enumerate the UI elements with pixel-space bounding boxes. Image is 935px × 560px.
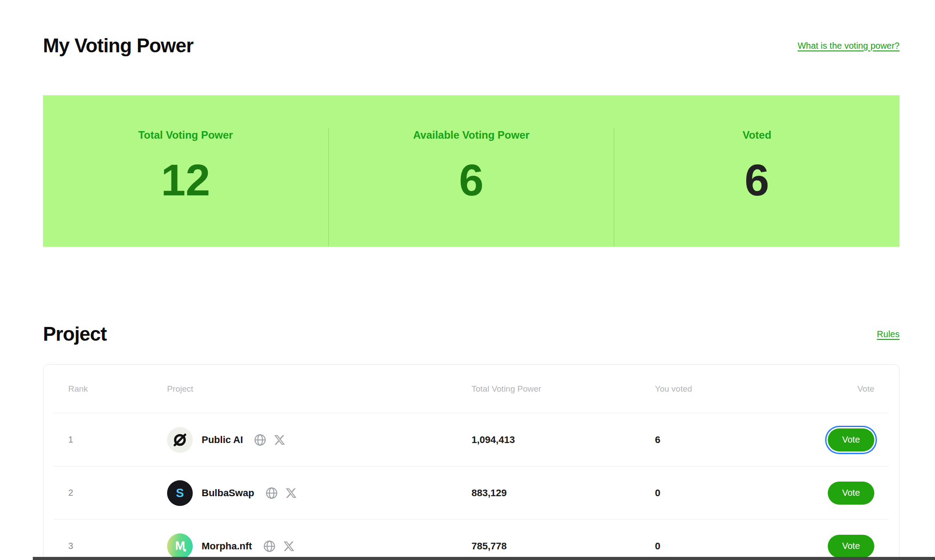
vote-cell: Vote [828, 428, 874, 451]
rank-value: 1 [68, 435, 167, 445]
total-voting-power-value: 883,129 [471, 487, 655, 499]
project-links [265, 486, 296, 500]
stat-value: 12 [43, 158, 328, 202]
vote-button[interactable]: Vote [828, 428, 874, 451]
morpha-nft-logo: M [167, 533, 193, 559]
vote-button[interactable]: Vote [828, 482, 874, 505]
x-twitter-icon[interactable] [274, 435, 285, 445]
website-globe-icon[interactable] [253, 433, 267, 447]
project-links [263, 540, 294, 553]
you-voted-value: 6 [655, 434, 827, 446]
svg-text:S: S [176, 486, 184, 499]
rank-value: 3 [68, 541, 167, 551]
you-voted-value: 0 [655, 487, 827, 499]
stat-available-voting-power: Available Voting Power 6 [328, 128, 614, 247]
vote-cell: Vote [828, 535, 874, 558]
website-globe-icon[interactable] [263, 540, 276, 553]
rank-value: 2 [68, 488, 167, 498]
stat-label: Available Voting Power [329, 128, 614, 142]
bottom-window-edge [33, 557, 935, 560]
project-name: Morpha.nft [202, 541, 252, 552]
total-voting-power-value: 1,094,413 [471, 434, 655, 446]
stat-voted: Voted 6 [614, 128, 900, 247]
slashed-circle-icon [172, 432, 188, 448]
column-header-project: Project [167, 384, 471, 394]
stat-total-voting-power: Total Voting Power 12 [43, 128, 328, 247]
stat-value: 6 [614, 158, 900, 202]
swap-s-icon: S [172, 485, 188, 501]
project-cell: Public AI [167, 427, 471, 453]
rules-link[interactable]: Rules [877, 329, 900, 339]
voting-power-header: My Voting Power What is the voting power… [43, 35, 900, 57]
project-links [253, 433, 285, 447]
project-cell: S BulbaSwap [167, 480, 471, 506]
table-row: 2 S BulbaSwap [54, 466, 888, 519]
total-voting-power-value: 785,778 [471, 541, 655, 552]
m-dot-icon [183, 549, 186, 552]
project-cell: M Morpha.nft [167, 533, 471, 559]
voting-power-help-link[interactable]: What is the voting power? [798, 41, 900, 51]
project-header: Project Rules [43, 323, 900, 345]
column-header-rank: Rank [68, 384, 167, 394]
stat-label: Voted [614, 128, 900, 142]
voting-power-stats-panel: Total Voting Power 12 Available Voting P… [43, 95, 900, 247]
bulbaswap-logo: S [167, 480, 193, 506]
vote-cell: Vote [828, 482, 874, 505]
project-name: Public AI [202, 434, 243, 446]
table-header-row: Rank Project Total Voting Power You vote… [54, 365, 888, 413]
project-name: BulbaSwap [202, 487, 254, 499]
column-header-you-voted: You voted [655, 384, 827, 394]
x-twitter-icon[interactable] [286, 488, 296, 498]
page-title: My Voting Power [43, 35, 193, 57]
voting-page: My Voting Power What is the voting power… [43, 0, 900, 560]
stat-label: Total Voting Power [43, 128, 328, 142]
you-voted-value: 0 [655, 541, 827, 552]
stat-value: 6 [329, 158, 614, 202]
table-row: 1 Public AI [54, 413, 888, 466]
column-header-vote: Vote [827, 384, 874, 394]
project-section-title: Project [43, 323, 107, 345]
column-header-total-voting-power: Total Voting Power [471, 384, 655, 394]
project-table-card: Rank Project Total Voting Power You vote… [43, 364, 900, 560]
public-ai-logo [167, 427, 193, 453]
website-globe-icon[interactable] [265, 486, 278, 500]
x-twitter-icon[interactable] [284, 541, 294, 552]
table-row: 3 M Morpha.nft [54, 519, 888, 560]
vote-button[interactable]: Vote [828, 535, 874, 558]
